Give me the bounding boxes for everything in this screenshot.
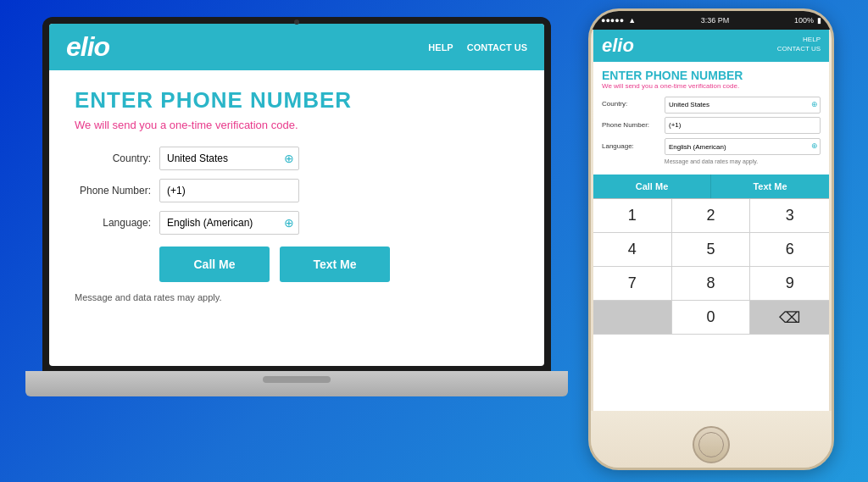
phone-nav-help[interactable]: HELP xyxy=(777,35,821,44)
phone-phone-label: Phone Number: xyxy=(602,121,661,129)
phone-language-label: Language: xyxy=(602,142,661,150)
phone-phone-row: Phone Number: xyxy=(602,117,821,134)
keypad-grid: 1 2 3 4 5 6 7 8 9 0 ⌫ xyxy=(593,199,829,335)
key-4[interactable]: 4 xyxy=(593,233,672,267)
nav-help[interactable]: HELP xyxy=(428,42,453,53)
phone-phone-input[interactable] xyxy=(665,117,821,134)
phone-language-select-wrap[interactable]: English (American) xyxy=(665,137,821,156)
phone-language-row: Language: English (American) xyxy=(602,137,821,156)
key-2[interactable]: 2 xyxy=(672,199,751,233)
laptop-nav: HELP CONTACT US xyxy=(428,42,527,53)
keypad: Call Me Text Me 1 2 3 4 5 6 7 8 9 0 ⌫ xyxy=(593,175,829,335)
language-label: Language: xyxy=(75,217,151,229)
language-select-wrap[interactable]: English (American) xyxy=(159,211,299,235)
country-row: Country: United States xyxy=(75,147,519,170)
call-me-button[interactable]: Call Me xyxy=(159,247,270,282)
phone-country-select-wrap[interactable]: United States xyxy=(665,95,821,114)
laptop-base xyxy=(25,371,568,396)
phone-header: elio HELP CONTACT US xyxy=(593,30,829,62)
phone-status-bar: ●●●●● ▲ 3:36 PM 100% ▮ xyxy=(591,11,832,30)
phone: ●●●●● ▲ 3:36 PM 100% ▮ elio HELP CONTACT… xyxy=(588,8,834,470)
laptop-body: ENTER PHONE NUMBER We will send you a on… xyxy=(49,70,544,319)
laptop-disclaimer: Message and data rates may apply. xyxy=(75,292,519,302)
language-row: Language: English (American) xyxy=(75,211,519,235)
country-label: Country: xyxy=(75,152,151,164)
phone-call-me-button[interactable]: Call Me xyxy=(593,175,711,198)
phone-screen: elio HELP CONTACT US ENTER PHONE NUMBER … xyxy=(593,30,829,411)
phone-page-title: ENTER PHONE NUMBER xyxy=(602,69,821,82)
country-select[interactable]: United States xyxy=(159,147,299,170)
phone-bottom xyxy=(591,411,832,470)
laptop: elio HELP CONTACT US ENTER PHONE NUMBER … xyxy=(25,17,568,457)
key-7[interactable]: 7 xyxy=(593,267,672,301)
wifi-icon: ▲ xyxy=(628,16,636,25)
laptop-subtitle: We will send you a one-time verification… xyxy=(75,119,519,131)
key-6[interactable]: 6 xyxy=(750,233,829,267)
button-row: Call Me Text Me xyxy=(159,247,519,282)
phone-time: 3:36 PM xyxy=(701,16,730,25)
laptop-screen-outer: elio HELP CONTACT US ENTER PHONE NUMBER … xyxy=(42,17,551,373)
phone-disclaimer: Message and data rates may apply. xyxy=(602,158,821,164)
laptop-header: elio HELP CONTACT US xyxy=(49,24,544,70)
laptop-logo: elio xyxy=(66,31,109,63)
phone-country-row: Country: United States xyxy=(602,95,821,114)
key-8[interactable]: 8 xyxy=(672,267,751,301)
home-button-inner xyxy=(698,432,724,457)
phone-input[interactable] xyxy=(159,179,299,202)
laptop-camera xyxy=(294,19,299,25)
battery-text: 100% xyxy=(794,16,814,25)
laptop-page-title: ENTER PHONE NUMBER xyxy=(75,87,519,114)
key-empty xyxy=(593,301,672,335)
home-button[interactable] xyxy=(693,426,730,463)
phone-signal: ●●●●● ▲ xyxy=(601,16,636,25)
phone-main: ENTER PHONE NUMBER We will send you a on… xyxy=(593,62,829,175)
key-1[interactable]: 1 xyxy=(593,199,672,233)
phone-row: Phone Number: xyxy=(75,179,519,202)
laptop-screen: elio HELP CONTACT US ENTER PHONE NUMBER … xyxy=(49,24,544,366)
country-select-wrap[interactable]: United States xyxy=(159,147,299,170)
phone-text-me-button[interactable]: Text Me xyxy=(711,175,829,198)
phone-body: ●●●●● ▲ 3:36 PM 100% ▮ elio HELP CONTACT… xyxy=(588,8,834,470)
key-0[interactable]: 0 xyxy=(672,301,751,335)
key-9[interactable]: 9 xyxy=(750,267,829,301)
key-backspace[interactable]: ⌫ xyxy=(750,301,829,335)
phone-label: Phone Number: xyxy=(75,185,151,197)
phone-battery: 100% ▮ xyxy=(794,16,821,25)
signal-dots: ●●●●● xyxy=(601,16,624,25)
battery-icon: ▮ xyxy=(817,16,821,25)
phone-nav-contact[interactable]: CONTACT US xyxy=(777,44,821,53)
key-3[interactable]: 3 xyxy=(750,199,829,233)
text-me-button[interactable]: Text Me xyxy=(280,247,390,282)
phone-language-select[interactable]: English (American) xyxy=(665,138,821,155)
phone-subtitle: We will send you a one-time verification… xyxy=(602,82,821,90)
key-5[interactable]: 5 xyxy=(672,233,751,267)
phone-logo: elio xyxy=(602,35,634,57)
keypad-action-row: Call Me Text Me xyxy=(593,175,829,199)
phone-country-select[interactable]: United States xyxy=(665,97,821,114)
phone-country-label: Country: xyxy=(602,100,661,108)
phone-nav-links: HELP CONTACT US xyxy=(777,35,821,53)
nav-contact[interactable]: CONTACT US xyxy=(467,42,527,53)
language-select[interactable]: English (American) xyxy=(159,211,299,235)
